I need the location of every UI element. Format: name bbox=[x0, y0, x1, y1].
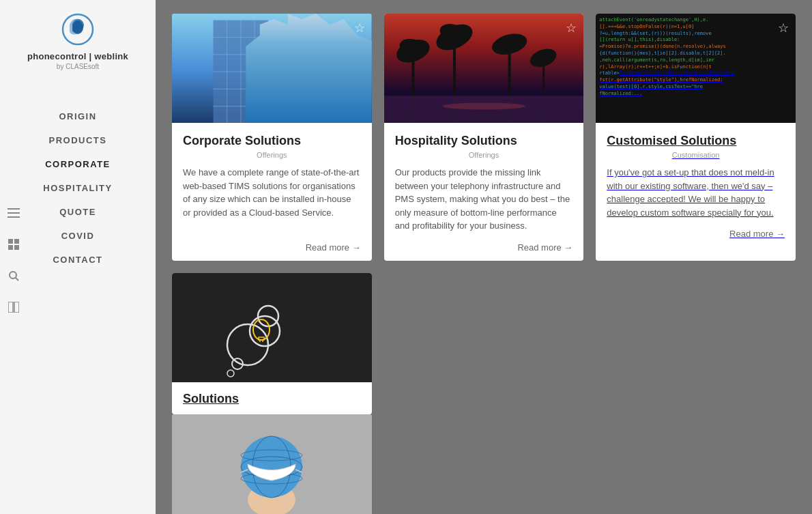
brand-sub: by CLASEsoft bbox=[57, 63, 99, 70]
svg-rect-11 bbox=[8, 302, 13, 313]
card-text-customised: If you've got a set-up that does not mel… bbox=[607, 166, 785, 219]
svg-point-1 bbox=[72, 20, 83, 34]
menu-icon[interactable] bbox=[5, 205, 22, 221]
panels-icon[interactable] bbox=[5, 299, 22, 315]
card-subtitle-customised: Customisation bbox=[607, 151, 785, 159]
svg-rect-15 bbox=[275, 34, 317, 123]
logo-icon bbox=[57, 11, 98, 48]
card-body-customised: Customised Solutions Customisation If yo… bbox=[596, 123, 796, 247]
svg-line-10 bbox=[16, 278, 18, 281]
brand-name: phonecontrol | weblink bbox=[27, 51, 128, 61]
svg-rect-4 bbox=[8, 216, 20, 218]
nav-item-products[interactable]: PRODUCTS bbox=[0, 128, 156, 152]
card-readmore-hospitality[interactable]: Read more → bbox=[395, 242, 573, 253]
card-hospitality-solutions: ☆ Hospitality Solutions Offerings Our pr… bbox=[384, 14, 584, 261]
svg-rect-6 bbox=[14, 239, 19, 244]
card-body-solutions: Solutions bbox=[172, 382, 372, 414]
card-star-hospitality[interactable]: ☆ bbox=[566, 20, 577, 35]
nav-item-covid[interactable]: COVID bbox=[0, 224, 156, 248]
main-content: ☆ Corporate Solutions Offerings We have … bbox=[156, 0, 812, 514]
nav-item-corporate[interactable]: CORPORATE bbox=[0, 152, 156, 176]
card-title-hospitality: Hospitality Solutions bbox=[395, 134, 573, 148]
cards-grid: ☆ Corporate Solutions Offerings We have … bbox=[172, 14, 796, 514]
svg-rect-7 bbox=[8, 245, 13, 250]
card-title-solutions: Solutions bbox=[183, 392, 361, 406]
card-corporate-solutions: ☆ Corporate Solutions Offerings We have … bbox=[172, 14, 372, 261]
card-star-customised[interactable]: ☆ bbox=[778, 20, 789, 35]
svg-point-42 bbox=[227, 370, 234, 377]
card-covid bbox=[172, 414, 372, 515]
svg-rect-44 bbox=[259, 337, 264, 340]
card-star-corporate[interactable]: ☆ bbox=[354, 20, 365, 35]
card-title-customised: Customised Solutions bbox=[607, 134, 785, 148]
side-icons bbox=[5, 205, 22, 315]
svg-rect-2 bbox=[8, 208, 20, 210]
svg-rect-12 bbox=[14, 302, 19, 313]
card-customised-solutions: attachEvent('onreadystatechange',H),e. [… bbox=[596, 14, 796, 261]
svg-point-38 bbox=[227, 324, 268, 365]
card-text-hospitality: Our products provide the missing link be… bbox=[395, 166, 573, 233]
card-image-lightbulb bbox=[172, 273, 372, 382]
nav-item-origin[interactable]: ORIGIN bbox=[0, 104, 156, 128]
nav-item-quote[interactable]: QUOTE bbox=[0, 200, 156, 224]
card-text-corporate: We have a complete range of state-of-the… bbox=[183, 166, 361, 233]
svg-point-9 bbox=[10, 272, 16, 279]
card-image-globe bbox=[172, 414, 372, 515]
card-body-corporate: Corporate Solutions Offerings We have a … bbox=[172, 123, 372, 261]
card-image-hospitality bbox=[384, 14, 584, 123]
grid-icon[interactable] bbox=[5, 236, 22, 253]
sidebar: phonecontrol | weblink by CLASEsoft ORIG… bbox=[0, 0, 156, 514]
nav-item-hospitality[interactable]: HOSPITALITY bbox=[0, 176, 156, 200]
card-readmore-corporate[interactable]: Read more → bbox=[183, 242, 361, 253]
svg-rect-5 bbox=[8, 239, 13, 244]
card-subtitle-hospitality: Offerings bbox=[395, 151, 573, 159]
logo-area: phonecontrol | weblink by CLASEsoft bbox=[27, 11, 128, 70]
card-subtitle-corporate: Offerings bbox=[183, 151, 361, 159]
svg-point-37 bbox=[442, 102, 525, 109]
card-readmore-customised[interactable]: Read more → bbox=[607, 229, 785, 239]
nav-item-contact[interactable]: CONTACT bbox=[0, 248, 156, 272]
card-title-corporate: Corporate Solutions bbox=[183, 134, 361, 148]
card-body-hospitality: Hospitality Solutions Offerings Our prod… bbox=[384, 123, 584, 261]
svg-rect-8 bbox=[14, 245, 19, 250]
svg-rect-13 bbox=[172, 14, 372, 123]
nav-links: ORIGIN PRODUCTS CORPORATE HOSPITALITY QU… bbox=[0, 104, 156, 272]
card-solutions: Solutions bbox=[172, 273, 372, 414]
card-image-code: attachEvent('onreadystatechange',H),e. [… bbox=[596, 14, 796, 123]
card-image-corporate bbox=[172, 14, 372, 123]
search-icon[interactable] bbox=[5, 268, 22, 284]
svg-rect-3 bbox=[8, 212, 20, 214]
